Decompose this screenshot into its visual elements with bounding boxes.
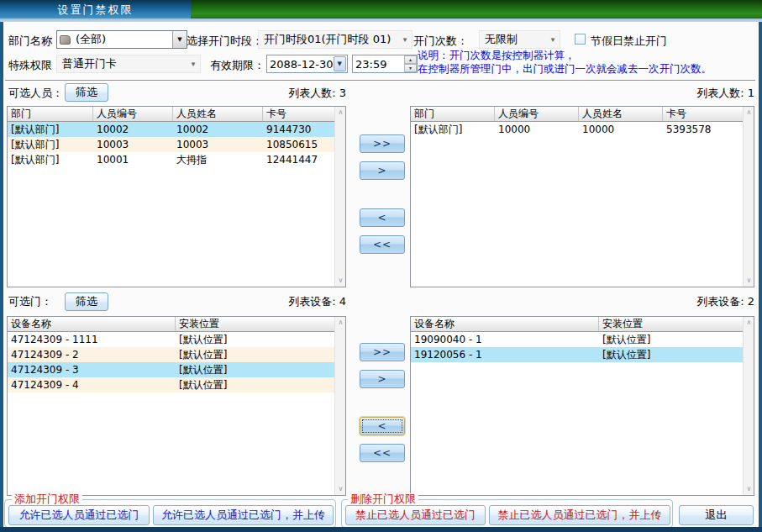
cell-device-name: 47124309 - 3 (8, 362, 176, 377)
holiday-forbid-checkbox[interactable] (575, 34, 586, 45)
scroll-up-icon[interactable]: ∧ (335, 317, 346, 329)
special-permission-combo[interactable]: 普通开门卡 ▾ (56, 55, 201, 73)
doors-move-right-button[interactable]: > (360, 370, 405, 388)
table-header: 设备名称 安装位置 (411, 317, 743, 332)
scroll-up-icon[interactable]: ∧ (744, 317, 754, 329)
valid-date-picker[interactable]: 2088-12-30 ▼ (266, 55, 348, 73)
allow-selected-button[interactable]: 允许已选人员通过已选门 (8, 505, 150, 525)
column-header-install-location[interactable]: 安装位置 (599, 317, 743, 331)
holiday-forbid-label[interactable]: 节假日禁止开门 (591, 34, 667, 48)
vertical-scrollbar[interactable]: ∧ ∨ (334, 107, 345, 287)
scroll-up-icon[interactable]: ∧ (744, 107, 754, 119)
open-period-dropdown-arrow-icon[interactable]: ▾ (398, 35, 412, 44)
scroll-down-icon[interactable]: ∨ (335, 483, 346, 495)
doors-filter-button[interactable]: 筛选 (65, 292, 108, 311)
valid-time-spinner[interactable]: 23:59 ▴ ▾ (352, 55, 418, 73)
time-spin-down-icon[interactable]: ▾ (404, 64, 417, 72)
doors-move-all-right-button[interactable]: >> (360, 343, 405, 361)
open-period-label: 选择开门时段： (187, 34, 263, 48)
persons-filter-button[interactable]: 筛选 (65, 83, 108, 102)
table-row[interactable]: 47124309 - 2 [默认位置] (8, 347, 334, 362)
cell-card-no: 9144730 (263, 122, 334, 137)
dept-combo-value: (全部) (73, 32, 172, 47)
titlebar: 设置门禁权限 (0, 0, 762, 22)
column-header-person-id[interactable]: 人员编号 (93, 107, 173, 121)
title-tab: 设置门禁权限 (0, 0, 191, 18)
dept-combo[interactable]: (全部) ▼ (56, 30, 187, 49)
forbid-selected-upload-button[interactable]: 禁止已选人员通过已选门，并上传 (489, 505, 670, 525)
cell-person-name: 10002 (173, 122, 263, 137)
page-title: 设置门禁权限 (58, 3, 134, 16)
selected-doors-table: 设备名称 安装位置 19090040 - 1 [默认位置] 19120056 -… (410, 316, 754, 496)
special-permission-dropdown-arrow-icon[interactable]: ▾ (187, 60, 200, 68)
forbid-selected-button[interactable]: 禁止已选人员通过已选门 (345, 505, 486, 525)
exit-button[interactable]: 退出 (679, 505, 754, 525)
table-row[interactable]: 47124309 - 3 [默认位置] (8, 362, 334, 377)
scroll-down-icon[interactable]: ∨ (335, 275, 346, 287)
doors-move-all-left-button[interactable]: << (360, 444, 405, 462)
cell-person-id: 10001 (93, 152, 173, 167)
column-header-card-no[interactable]: 卡号 (663, 107, 743, 121)
open-count-dropdown-arrow-icon[interactable]: ▾ (546, 35, 560, 44)
cell-person-name: 10000 (579, 122, 663, 137)
open-period-combo[interactable]: 开门时段01(开门时段 01) ▾ (258, 30, 413, 49)
time-spin-up-icon[interactable]: ▴ (404, 55, 417, 64)
table-row[interactable]: 19090040 - 1 [默认位置] (411, 332, 743, 347)
scroll-down-icon[interactable]: ∨ (744, 275, 754, 287)
persons-move-all-left-button[interactable]: << (360, 235, 405, 254)
valid-date-dropdown-arrow-icon[interactable]: ▼ (334, 56, 346, 71)
cell-install-location: [默认位置] (176, 377, 334, 392)
scroll-up-icon[interactable]: ∧ (335, 107, 346, 119)
column-header-device-name[interactable]: 设备名称 (411, 317, 599, 331)
divider (5, 80, 755, 82)
column-header-person-id[interactable]: 人员编号 (495, 107, 579, 121)
titlebar-under-strip (0, 18, 762, 22)
table-row[interactable]: [默认部门] 10002 10002 9144730 (8, 122, 334, 137)
column-header-dept[interactable]: 部门 (411, 107, 495, 121)
persons-move-left-button[interactable]: < (360, 208, 405, 227)
table-row[interactable]: [默认部门] 10000 10000 5393578 (411, 122, 743, 137)
column-header-dept[interactable]: 部门 (8, 107, 93, 121)
column-header-device-name[interactable]: 设备名称 (8, 317, 176, 331)
scroll-down-icon[interactable]: ∨ (744, 483, 754, 495)
vertical-scrollbar[interactable]: ∧ ∨ (743, 107, 754, 287)
dept-dropdown-arrow-icon[interactable]: ▼ (172, 31, 187, 48)
valid-time-value: 23:59 (353, 58, 404, 71)
column-header-install-location[interactable]: 安装位置 (176, 317, 334, 331)
cell-dept: [默认部门] (8, 152, 93, 167)
cell-device-name: 47124309 - 4 (8, 377, 176, 392)
cell-device-name: 19090040 - 1 (411, 332, 599, 347)
vertical-scrollbar[interactable]: ∧ ∨ (334, 317, 345, 495)
window-border-right (759, 22, 762, 532)
delete-permission-group-label: 删除开门权限 (348, 493, 418, 505)
table-body: 19090040 - 1 [默认位置] 19120056 - 1 [默认位置] (411, 332, 743, 495)
table-row[interactable]: [默认部门] 10001 大拇指 12441447 (8, 152, 334, 167)
note-line1: 说明：开门次数是按控制器计算， (418, 49, 712, 62)
cell-card-no: 10850615 (263, 137, 334, 152)
note-line2: 在控制器所管理门中，出门或进门一次就会减去一次开门次数。 (418, 62, 712, 76)
persons-move-right-button[interactable]: > (360, 161, 405, 180)
doors-right-count: 列表设备: 2 (660, 295, 754, 308)
persons-move-all-right-button[interactable]: >> (360, 134, 405, 153)
open-count-combo[interactable]: 无限制 ▾ (479, 30, 560, 49)
cell-card-no: 12441447 (263, 152, 334, 167)
table-header: 部门 人员编号 人员姓名 卡号 (8, 107, 334, 122)
column-header-person-name[interactable]: 人员姓名 (173, 107, 263, 121)
table-body: 47124309 - 1111 [默认位置] 47124309 - 2 [默认位… (8, 332, 334, 495)
selected-persons-table: 部门 人员编号 人员姓名 卡号 [默认部门] 10000 10000 53935… (410, 106, 754, 287)
column-header-person-name[interactable]: 人员姓名 (579, 107, 663, 121)
column-header-card-no[interactable]: 卡号 (263, 107, 334, 121)
table-row[interactable]: 47124309 - 4 [默认位置] (8, 377, 334, 392)
cell-dept: [默认部门] (8, 137, 93, 152)
department-icon (60, 35, 71, 45)
cell-device-name: 47124309 - 1111 (8, 332, 176, 347)
cell-dept: [默认部门] (8, 122, 93, 137)
cell-dept: [默认部门] (411, 122, 495, 137)
window-border-bottom (0, 527, 762, 532)
vertical-scrollbar[interactable]: ∧ ∨ (743, 317, 754, 495)
table-row[interactable]: 47124309 - 1111 [默认位置] (8, 332, 334, 347)
table-row[interactable]: [默认部门] 10003 10003 10850615 (8, 137, 334, 152)
allow-selected-upload-button[interactable]: 允许已选人员通过已选门，并上传 (153, 505, 334, 525)
table-row[interactable]: 19120056 - 1 [默认位置] (411, 347, 743, 362)
doors-move-left-button[interactable]: < (360, 417, 405, 435)
